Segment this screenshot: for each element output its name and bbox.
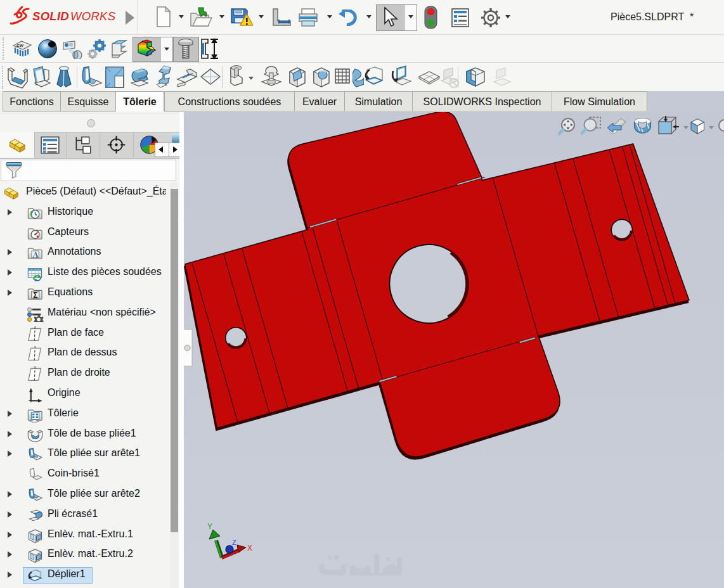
svg-text:SOLID: SOLID <box>32 10 69 23</box>
svg-text:Y: Y <box>207 522 212 531</box>
svg-text:X: X <box>247 544 252 553</box>
svg-text:WORKS: WORKS <box>70 10 116 23</box>
svg-text:Z: Z <box>232 539 236 546</box>
